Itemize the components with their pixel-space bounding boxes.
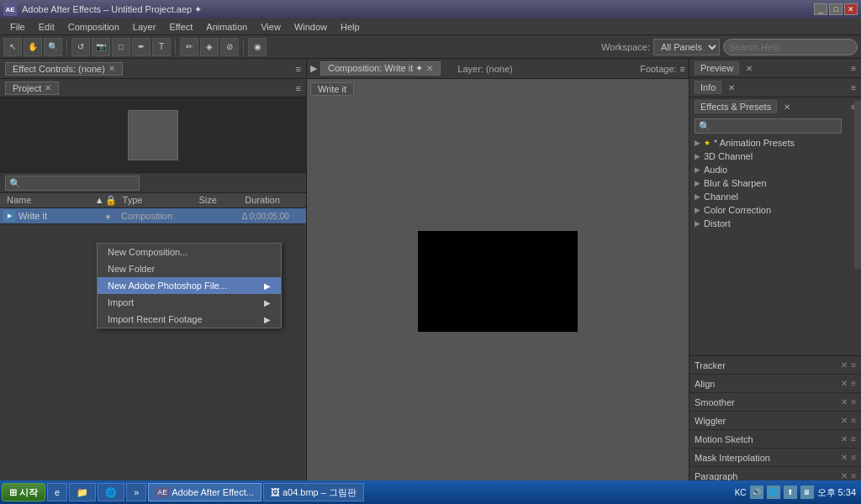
composition-tab-close[interactable]: ✕ — [426, 64, 433, 73]
tool-rotate[interactable]: ↺ — [71, 38, 90, 56]
smoother-label: Smoother — [695, 397, 735, 407]
effects-close[interactable]: ✕ — [784, 102, 790, 112]
tray-icon-4[interactable]: 🖥 — [800, 486, 814, 499]
effects-search-input[interactable] — [695, 118, 842, 134]
comp-panel-menu[interactable]: ≡ — [680, 64, 685, 74]
taskbar-ie[interactable]: e — [47, 483, 67, 501]
align-menu[interactable]: ≡ — [851, 379, 856, 388]
workspace-select[interactable]: All Panels — [653, 39, 720, 55]
tool-arrow[interactable]: ↖ — [3, 38, 22, 56]
ctx-arrow-photoshop: ▶ — [264, 281, 271, 291]
effect-3d-channel[interactable]: ▶ 3D Channel — [689, 150, 861, 163]
file-row[interactable]: ▶ Write it ● Composition Δ 0;00;05;00 — [0, 208, 306, 224]
tool-text[interactable]: T — [152, 38, 171, 56]
paragraph-menu[interactable]: ≡ — [851, 471, 856, 480]
taskbar-paint[interactable]: 🖼 a04.bmp – 그림판 — [263, 483, 364, 501]
composition-tab[interactable]: Composition: Write it ✦ ✕ — [320, 61, 441, 76]
mask-interp-menu[interactable]: ≡ — [851, 453, 856, 462]
effect-controls-tab[interactable]: Effect Controls: (none) ✕ — [5, 62, 123, 76]
menu-effect[interactable]: Effect — [162, 20, 199, 34]
motion-sketch-menu[interactable]: ≡ — [851, 434, 856, 444]
menu-edit[interactable]: Edit — [32, 20, 61, 34]
project-menu[interactable]: ≡ — [296, 83, 301, 93]
tool-eraser[interactable]: ⊘ — [220, 38, 239, 56]
tool-stamp[interactable]: ◈ — [200, 38, 219, 56]
preview-menu[interactable]: ≡ — [851, 64, 856, 73]
preview-tab[interactable]: Preview — [695, 61, 739, 75]
tray-icon-3[interactable]: ⬆ — [784, 486, 797, 499]
menu-composition[interactable]: Composition — [61, 20, 126, 34]
composition-canvas — [418, 231, 578, 332]
tool-brush[interactable]: ✏ — [180, 38, 198, 56]
menu-layer[interactable]: Layer — [126, 20, 163, 34]
preview-close[interactable]: ✕ — [746, 64, 753, 73]
tracker-panel-row[interactable]: Tracker ✕ ≡ — [689, 356, 861, 375]
effect-channel[interactable]: ▶ Channel — [689, 190, 861, 203]
info-menu[interactable]: ≡ — [851, 83, 856, 92]
tool-pen[interactable]: ✒ — [132, 38, 151, 56]
tray-icon-2[interactable]: 🌐 — [767, 486, 780, 499]
motion-sketch-panel-row[interactable]: Motion Sketch ✕ ≡ — [689, 430, 861, 449]
smoother-menu[interactable]: ≡ — [851, 397, 856, 407]
smoother-panel-row[interactable]: Smoother ✕ ≡ — [689, 393, 861, 412]
effect-controls-menu[interactable]: ≡ — [296, 64, 301, 74]
effect-controls-close[interactable]: ✕ — [108, 64, 115, 73]
paragraph-close[interactable]: ✕ — [841, 471, 848, 480]
project-tab[interactable]: Project ✕ — [5, 81, 59, 95]
ctx-import[interactable]: Import ▶ — [98, 294, 281, 311]
project-search-input[interactable] — [5, 176, 140, 191]
motion-sketch-close[interactable]: ✕ — [841, 434, 848, 444]
maximize-button[interactable]: □ — [829, 3, 843, 15]
search-help-input[interactable] — [723, 39, 858, 55]
align-close[interactable]: ✕ — [841, 379, 848, 388]
start-button[interactable]: ⊞ 시작 — [2, 483, 45, 501]
taskbar-browser2[interactable]: 🌐 — [98, 483, 124, 501]
ctx-new-photoshop[interactable]: New Adobe Photoshop File... ▶ — [98, 277, 281, 294]
wiggler-close[interactable]: ✕ — [841, 416, 848, 425]
tool-hand[interactable]: ✋ — [24, 38, 42, 56]
taskbar-more[interactable]: » — [126, 483, 146, 501]
effect-blur-sharpen[interactable]: ▶ Blur & Sharpen — [689, 176, 861, 190]
effect-distort[interactable]: ▶ Distort — [689, 217, 861, 230]
mask-interpolation-panel-row[interactable]: Mask Interpolation ✕ ≡ — [689, 449, 861, 467]
ctx-new-composition[interactable]: New Composition... — [98, 244, 281, 260]
file-duration: Δ 0;00;05;00 — [242, 212, 303, 221]
mask-interp-close[interactable]: ✕ — [841, 453, 848, 462]
tool-rect[interactable]: □ — [112, 38, 130, 56]
menu-help[interactable]: Help — [334, 20, 367, 34]
tool-puppet[interactable]: ◉ — [248, 38, 267, 56]
menu-window[interactable]: Window — [288, 20, 334, 34]
effects-tab[interactable]: Effects & Presets — [695, 100, 777, 113]
menu-view[interactable]: View — [254, 20, 288, 34]
preview-section: Preview ✕ ≡ — [689, 59, 861, 78]
ctx-import-recent[interactable]: Import Recent Footage ▶ — [98, 311, 281, 328]
tracker-close[interactable]: ✕ — [841, 360, 848, 370]
effect-color-correction[interactable]: ▶ Color Correction — [689, 203, 861, 217]
effects-scrollbar[interactable] — [854, 101, 861, 269]
close-button[interactable]: ✕ — [844, 3, 858, 15]
wiggler-menu[interactable]: ≡ — [851, 416, 856, 425]
taskbar-folder[interactable]: 📁 — [69, 483, 96, 501]
project-tab-close[interactable]: ✕ — [45, 83, 51, 92]
tracker-menu[interactable]: ≡ — [851, 360, 856, 370]
effect-audio-arrow: ▶ — [695, 165, 700, 174]
minimize-button[interactable]: _ — [814, 3, 827, 15]
wiggler-panel-row[interactable]: Wiggler ✕ ≡ — [689, 412, 861, 430]
effect-animation-presets[interactable]: ▶ ★ * Animation Presets — [689, 136, 861, 150]
tool-camera[interactable]: 📷 — [92, 38, 110, 56]
tray-icon-1[interactable]: 🔊 — [750, 486, 763, 499]
info-tab[interactable]: Info — [695, 81, 721, 94]
tool-zoom[interactable]: 🔍 — [44, 38, 62, 56]
comp-write-it-button[interactable]: Write it — [310, 82, 354, 96]
effect-color-arrow: ▶ — [695, 206, 700, 214]
preview-header: Preview ✕ ≡ — [689, 59, 861, 77]
taskbar-ae[interactable]: AE Adobe After Effect... — [148, 483, 261, 501]
info-close[interactable]: ✕ — [728, 83, 735, 92]
menu-animation[interactable]: Animation — [199, 20, 254, 34]
menu-file[interactable]: File — [3, 20, 32, 34]
align-panel-row[interactable]: Align ✕ ≡ — [689, 375, 861, 393]
effect-3d-label: 3D Channel — [704, 151, 753, 161]
ctx-new-folder[interactable]: New Folder — [98, 260, 281, 277]
smoother-close[interactable]: ✕ — [841, 397, 848, 407]
effect-audio[interactable]: ▶ Audio — [689, 163, 861, 176]
